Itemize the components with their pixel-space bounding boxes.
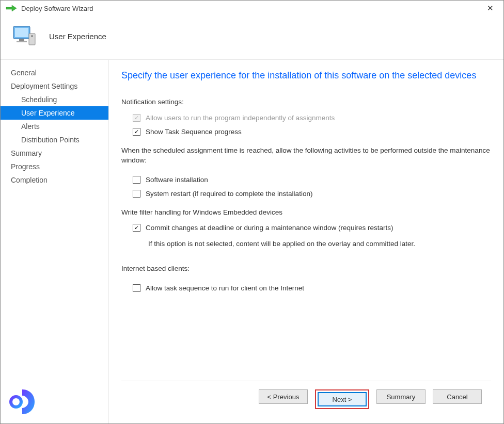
software-install-label: Software installation <box>146 176 208 184</box>
svg-point-5 <box>31 35 33 37</box>
sidebar-item-general[interactable]: General <box>1 66 108 79</box>
main-heading: Specify the user experience for the inst… <box>121 69 491 81</box>
next-button-highlight: Next > <box>315 389 369 409</box>
show-progress-label: Show Task Sequence progress <box>146 128 242 136</box>
sidebar-item-alerts[interactable]: Alerts <box>1 120 108 133</box>
show-progress-checkbox[interactable] <box>133 128 140 136</box>
title-bar: Deploy Software Wizard ✕ <box>1 1 503 16</box>
allow-internet-label: Allow task sequence to run for client on… <box>146 284 304 292</box>
svg-rect-1 <box>15 28 28 37</box>
sidebar-item-scheduling[interactable]: Scheduling <box>1 93 108 106</box>
svg-point-6 <box>11 397 21 407</box>
wizard-footer: < Previous Next > Summary Cancel <box>121 381 491 418</box>
previous-button[interactable]: < Previous <box>259 389 308 404</box>
allow-internet-row[interactable]: Allow task sequence to run for client on… <box>121 281 491 295</box>
main-content: Specify the user experience for the inst… <box>109 60 503 423</box>
system-restart-label: System restart (if required to complete … <box>146 190 312 198</box>
sidebar-item-deployment-settings[interactable]: Deployment Settings <box>1 79 108 93</box>
sidebar-item-summary[interactable]: Summary <box>1 146 108 160</box>
wizard-steps-sidebar: General Deployment Settings Scheduling U… <box>1 60 109 423</box>
system-restart-checkbox[interactable] <box>133 190 140 198</box>
show-progress-row[interactable]: Show Task Sequence progress <box>121 125 491 139</box>
window-title: Deploy Software Wizard <box>21 5 93 12</box>
maintenance-window-text: When the scheduled assignment time is re… <box>121 146 491 166</box>
commit-changes-note: If this option is not selected, content … <box>121 235 491 250</box>
wizard-arrow-icon <box>6 5 17 12</box>
commit-changes-row[interactable]: Commit changes at deadline or during a m… <box>121 221 491 235</box>
system-restart-row[interactable]: System restart (if required to complete … <box>121 187 491 201</box>
software-install-checkbox[interactable] <box>133 176 140 184</box>
sidebar-item-completion[interactable]: Completion <box>1 173 108 187</box>
software-install-row[interactable]: Software installation <box>121 173 491 187</box>
cancel-button[interactable]: Cancel <box>433 389 482 404</box>
watermark-logo <box>8 387 37 416</box>
summary-button[interactable]: Summary <box>376 389 426 404</box>
commit-changes-label: Commit changes at deadline or during a m… <box>146 224 393 232</box>
next-button[interactable]: Next > <box>318 392 367 406</box>
sidebar-item-user-experience[interactable]: User Experience <box>1 106 108 120</box>
write-filter-label: Write filter handling for Windows Embedd… <box>121 208 491 218</box>
svg-rect-3 <box>17 41 27 42</box>
sidebar-item-distribution-points[interactable]: Distribution Points <box>1 133 108 146</box>
internet-clients-label: Internet based clients: <box>121 264 491 274</box>
page-title: User Experience <box>49 32 106 41</box>
svg-rect-2 <box>19 39 24 41</box>
allow-independent-row: Allow users to run the program independe… <box>121 111 491 125</box>
allow-independent-label: Allow users to run the program independe… <box>146 114 335 122</box>
notification-settings-label: Notification settings: <box>121 98 491 106</box>
monitor-icon <box>12 23 38 49</box>
commit-changes-checkbox[interactable] <box>133 224 140 232</box>
wizard-header: User Experience <box>1 16 503 60</box>
allow-independent-checkbox <box>133 114 140 122</box>
sidebar-item-progress[interactable]: Progress <box>1 160 108 173</box>
close-icon[interactable]: ✕ <box>480 2 500 15</box>
allow-internet-checkbox[interactable] <box>133 284 140 292</box>
